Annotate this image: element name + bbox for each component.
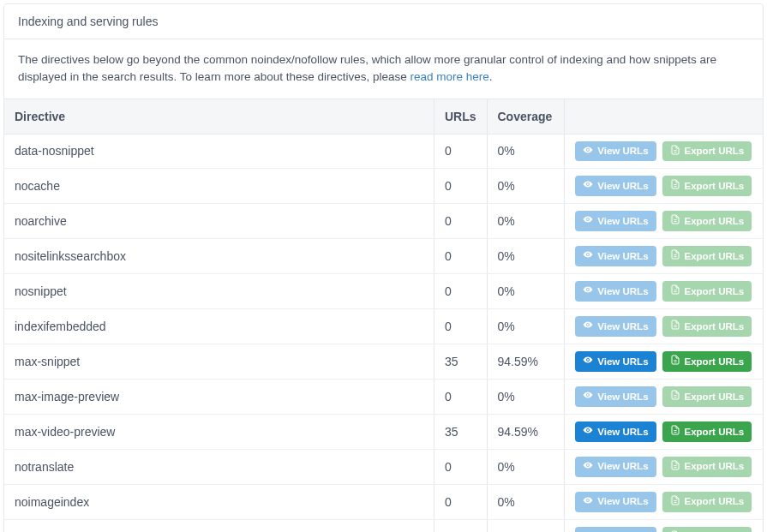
table-row: indexifembedded00%View URLsExport URLs <box>4 309 763 344</box>
eye-icon <box>583 355 593 368</box>
cell-directive: nocache <box>4 169 434 204</box>
view-urls-label: View URLs <box>597 285 648 298</box>
cell-coverage: 0% <box>487 239 564 274</box>
cell-actions: View URLsExport URLs <box>564 415 763 450</box>
export-urls-button: Export URLs <box>662 246 752 266</box>
view-urls-button: View URLs <box>575 176 656 196</box>
cell-coverage: 94.59% <box>487 415 564 450</box>
export-urls-button: Export URLs <box>662 457 752 477</box>
eye-icon <box>583 249 593 263</box>
panel-title: Indexing and serving rules <box>4 4 763 39</box>
eye-icon <box>583 284 593 298</box>
cell-coverage: 0% <box>487 274 564 309</box>
file-icon <box>670 249 680 263</box>
file-icon <box>670 145 680 158</box>
export-urls-button: Export URLs <box>662 386 752 407</box>
cell-actions: View URLsExport URLs <box>564 344 763 380</box>
export-urls-button: Export URLs <box>662 492 752 512</box>
table-row: max-video-preview3594.59%View URLsExport… <box>4 415 763 450</box>
view-urls-label: View URLs <box>597 460 648 473</box>
cell-actions: View URLsExport URLs <box>564 134 763 169</box>
view-urls-label: View URLs <box>597 426 648 439</box>
file-icon <box>670 284 680 298</box>
export-urls-button: Export URLs <box>662 141 752 162</box>
cell-coverage: 0% <box>487 309 564 344</box>
file-icon <box>670 355 680 368</box>
eye-icon <box>583 460 593 474</box>
export-urls-button: Export URLs <box>662 211 752 231</box>
view-urls-button: View URLs <box>575 527 656 532</box>
cell-urls: 0 <box>434 274 487 309</box>
export-urls-label: Export URLs <box>685 391 745 403</box>
cell-directive: max-image-preview <box>4 380 434 415</box>
eye-icon <box>583 320 593 333</box>
export-urls-button: Export URLs <box>662 176 752 196</box>
file-icon <box>670 390 680 403</box>
export-urls-button: Export URLs <box>662 281 752 302</box>
cell-directive: max-video-preview <box>4 415 434 450</box>
cell-coverage: 94.59% <box>487 344 564 380</box>
cell-directive: noimageindex <box>4 484 434 519</box>
cell-directive: data-nosnippet <box>4 134 434 169</box>
export-urls-label: Export URLs <box>685 356 745 368</box>
view-urls-button: View URLs <box>575 457 656 477</box>
cell-coverage: 0% <box>487 134 564 169</box>
col-header-directive: Directive <box>4 99 434 134</box>
eye-icon <box>583 214 593 228</box>
cell-actions: View URLsExport URLs <box>564 380 763 415</box>
export-urls-label: Export URLs <box>685 180 745 193</box>
export-urls-button: Export URLs <box>662 527 752 532</box>
cell-actions: View URLsExport URLs <box>564 519 763 532</box>
cell-urls: 0 <box>434 449 487 484</box>
cell-actions: View URLsExport URLs <box>564 484 763 519</box>
cell-coverage: 0% <box>487 484 564 519</box>
view-urls-button: View URLs <box>575 211 656 231</box>
export-urls-label: Export URLs <box>685 426 745 439</box>
view-urls-label: View URLs <box>597 356 648 368</box>
export-urls-label: Export URLs <box>685 460 745 473</box>
view-urls-button: View URLs <box>575 316 656 337</box>
read-more-link[interactable]: read more here <box>410 70 489 83</box>
cell-coverage: 0% <box>487 204 564 239</box>
view-urls-button: View URLs <box>575 281 656 302</box>
export-urls-button[interactable]: Export URLs <box>662 351 752 372</box>
view-urls-button: View URLs <box>575 386 656 407</box>
cell-coverage: 0% <box>487 169 564 204</box>
export-urls-button[interactable]: Export URLs <box>662 421 752 442</box>
export-urls-label: Export URLs <box>685 250 745 263</box>
view-urls-button[interactable]: View URLs <box>575 351 656 372</box>
cell-directive: nositelinkssearchbox <box>4 239 434 274</box>
view-urls-button: View URLs <box>575 246 656 266</box>
indexing-rules-panel: Indexing and serving rules The directive… <box>3 3 764 532</box>
table-row: data-nosnippet00%View URLsExport URLs <box>4 134 763 169</box>
cell-urls: 0 <box>434 484 487 519</box>
view-urls-button[interactable]: View URLs <box>575 421 656 442</box>
cell-directive: max-snippet <box>4 344 434 380</box>
eye-icon <box>583 145 593 158</box>
file-icon <box>670 460 680 474</box>
view-urls-label: View URLs <box>597 495 648 508</box>
cell-urls: 0 <box>434 309 487 344</box>
file-icon <box>670 179 680 193</box>
table-row: noarchive00%View URLsExport URLs <box>4 204 763 239</box>
view-urls-label: View URLs <box>597 320 648 333</box>
cell-urls: 0 <box>434 380 487 415</box>
export-urls-label: Export URLs <box>685 285 745 298</box>
desc-text-before: The directives below go beyond the commo… <box>18 53 716 83</box>
view-urls-label: View URLs <box>597 180 648 193</box>
export-urls-label: Export URLs <box>685 320 745 333</box>
view-urls-label: View URLs <box>597 145 648 158</box>
table-row: max-image-preview00%View URLsExport URLs <box>4 380 763 415</box>
col-header-urls: URLs <box>434 99 487 134</box>
cell-directive: unavailable_after <box>4 519 434 532</box>
cell-actions: View URLsExport URLs <box>564 274 763 309</box>
cell-coverage: 0% <box>487 380 564 415</box>
eye-icon <box>583 179 593 193</box>
table-row: unavailable_after00%View URLsExport URLs <box>4 519 763 532</box>
panel-description: The directives below go beyond the commo… <box>4 39 763 99</box>
table-row: nositelinkssearchbox00%View URLsExport U… <box>4 239 763 274</box>
directives-table: Directive URLs Coverage data-nosnippet00… <box>4 99 763 533</box>
cell-actions: View URLsExport URLs <box>564 309 763 344</box>
table-row: max-snippet3594.59%View URLsExport URLs <box>4 344 763 380</box>
cell-urls: 35 <box>434 415 487 450</box>
